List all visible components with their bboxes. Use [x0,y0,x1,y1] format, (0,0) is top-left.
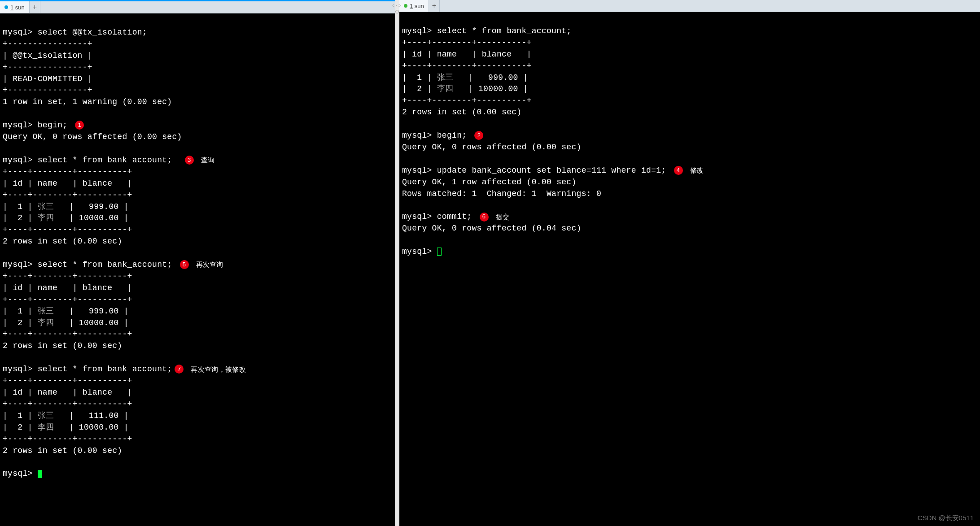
nav-arrows-icon: <·> [392,3,403,8]
active-dot-icon [4,5,8,9]
sql-query: begin; [437,131,467,140]
sql-query: begin; [38,121,68,130]
table-row: | 2 | 李四 | 10000.00 | [3,213,129,222]
annotation-text: 提交 [496,213,510,221]
annotation-badge-5: 5 [180,260,189,269]
table-border: +----------------+ [3,39,92,48]
left-tab-bar: 1 sun + [0,1,395,13]
table-border: +----+--------+----------+ [3,295,132,304]
table-border: +----+--------+----------+ [402,61,532,70]
left-terminal[interactable]: mysql> select @@tx_isolation; +---------… [0,13,395,526]
table-row: | 1 | 张三 | 111.00 | [3,411,129,420]
sql-query: update bank_account set blance=111 where… [437,166,666,175]
annotation-text: 再次查询，被修改 [191,365,245,373]
prompt: mysql> [402,166,432,175]
prompt: mysql> [402,131,432,140]
table-row: | 1 | 张三 | 999.00 | [3,307,129,316]
prompt: mysql> [402,247,432,256]
annotation-badge-1: 1 [75,121,84,130]
table-border: +----+--------+----------+ [402,38,532,47]
result-status: Query OK, 1 row affected (0.00 sec) [402,178,577,187]
table-border: +----+--------+----------+ [402,96,532,105]
tab-left-1sun[interactable]: 1 sun [0,1,30,13]
result-status: Query OK, 0 rows affected (0.04 sec) [402,224,582,233]
prompt: mysql> [402,212,432,221]
annotation-badge-2: 2 [474,131,483,140]
annotation-badge-4: 4 [674,166,683,175]
result-status: Query OK, 0 rows affected (0.00 sec) [3,132,182,141]
annotation-badge-7: 7 [175,365,184,374]
table-header: | id | name | blance | [3,179,132,188]
prompt: mysql> [3,156,33,165]
nav-circle-icon [395,10,399,13]
sql-query: select @@tx_isolation; [38,28,147,37]
sql-query: select * from bank_account; [38,156,172,165]
table-header: | id | name | blance | [3,388,132,397]
table-row: | 2 | 李四 | 10000.00 | [3,423,129,432]
result-status: 1 row in set, 1 warning (0.00 sec) [3,97,172,106]
watermark: CSDN @长安0511 [918,514,974,522]
table-row: | 1 | 张三 | 999.00 | [402,73,528,82]
prompt: mysql> [3,260,33,269]
tab-hotkey: 1 [410,3,413,9]
new-tab-button-left[interactable]: + [30,1,40,13]
table-header: | id | name | blance | [402,50,532,59]
right-terminal[interactable]: mysql> select * from bank_account; +----… [399,12,980,526]
table-border: +----+--------+----------+ [3,376,132,385]
right-pane: 1 sun + mysql> select * from bank_accoun… [399,0,980,526]
prompt: mysql> [3,28,33,37]
active-dot-icon [404,4,407,8]
annotation-badge-3: 3 [185,156,194,165]
table-border: +----+--------+----------+ [3,225,132,234]
right-tab-bar: 1 sun + [399,0,980,12]
prompt: mysql> [402,26,432,35]
table-border: +----+--------+----------+ [3,272,132,281]
table-border: +----+--------+----------+ [3,191,132,200]
table-row: | 2 | 李四 | 10000.00 | [402,84,528,93]
table-header: | @@tx_isolation | [3,51,92,60]
result-status: 2 rows in set (0.00 sec) [402,108,521,117]
sql-query: select * from bank_account; [437,26,572,35]
tab-label: sun [15,4,25,11]
table-border: +----+--------+----------+ [3,330,132,339]
table-border: +----+--------+----------+ [3,400,132,409]
new-tab-button-right[interactable]: + [429,0,440,12]
prompt: mysql> [3,121,33,130]
table-row: | 2 | 李四 | 10000.00 | [3,318,129,327]
result-status: Rows matched: 1 Changed: 1 Warnings: 0 [402,189,601,198]
result-status: 2 rows in set (0.00 sec) [3,341,122,350]
result-status: 2 rows in set (0.00 sec) [3,446,122,455]
tab-right-1sun[interactable]: 1 sun [399,0,429,12]
table-border: +----------------+ [3,63,92,72]
cursor-icon [38,470,42,478]
left-pane: 1 sun + mysql> select @@tx_isolation; +-… [0,0,395,526]
table-border: +----+--------+----------+ [3,167,132,176]
table-border: +----+--------+----------+ [3,435,132,443]
annotation-text: 再次查询 [196,261,223,268]
table-row: | 1 | 张三 | 999.00 | [3,202,129,211]
sql-query: select * from bank_account; [38,260,172,269]
table-header: | id | name | blance | [3,283,132,292]
annotation-text: 查询 [201,156,215,164]
cursor-icon [437,248,442,256]
result-status: Query OK, 0 rows affected (0.00 sec) [402,143,582,152]
tab-hotkey: 1 [10,4,13,11]
prompt: mysql> [3,365,33,374]
prompt: mysql> [3,469,33,478]
tab-label: sun [415,3,424,9]
annotation-badge-6: 6 [480,213,489,222]
pane-splitter[interactable]: <·> [395,0,399,526]
table-row: | READ-COMMITTED | [3,74,92,83]
annotation-text: 修改 [690,166,704,174]
sql-query: commit; [437,212,472,221]
result-status: 2 rows in set (0.00 sec) [3,237,122,246]
table-border: +----------------+ [3,86,92,95]
sql-query: select * from bank_account; [38,365,172,374]
